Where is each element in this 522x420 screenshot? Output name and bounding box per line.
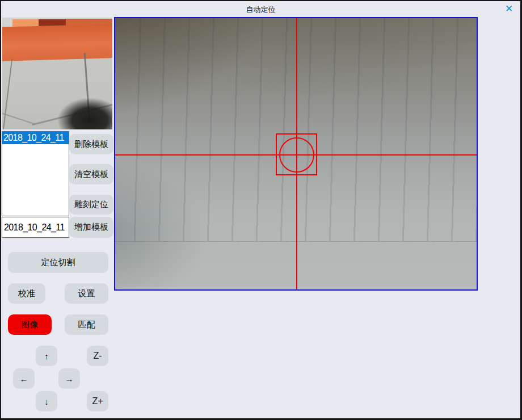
preview-tile-line [2,111,36,125]
settings-button[interactable]: 设置 [65,283,108,304]
jog-z-minus-button[interactable]: Z- [87,346,108,366]
jog-right-button[interactable]: → [58,368,80,389]
preview-tile-line [2,58,12,129]
jog-z-plus-button[interactable]: Z+ [87,391,108,411]
clear-templates-button[interactable]: 清空模板 [69,164,113,184]
titlebar: 自动定位 ✕ [1,1,520,16]
preview-light-orange-block [12,19,39,27]
template-name-input[interactable] [2,217,69,238]
template-list[interactable]: 2018_10_24_11 [2,131,69,216]
jog-down-button[interactable]: ↓ [36,391,57,411]
close-icon[interactable]: ✕ [503,3,515,15]
match-button[interactable]: 匹配 [65,314,108,335]
auto-locate-window: 自动定位 ✕ 2018_10_24_11 删除模板 清空模板 雕刻定位 增加模板… [0,0,522,420]
preview-orange-beam [2,24,112,61]
engrave-locate-button[interactable]: 雕刻定位 [69,195,113,215]
camera-view[interactable] [114,17,478,291]
calibrate-button[interactable]: 校准 [8,283,45,304]
locate-cut-button[interactable]: 定位切割 [8,252,108,273]
delete-template-button[interactable]: 删除模板 [69,134,113,154]
add-template-button[interactable]: 增加模板 [69,217,113,238]
image-button[interactable]: 图像 [8,314,52,335]
template-preview-image [2,18,112,129]
jog-left-button[interactable]: ← [13,368,35,389]
preview-dark-object [57,98,112,129]
template-list-item[interactable]: 2018_10_24_11 [2,132,69,144]
jog-up-button[interactable]: ↑ [36,346,57,366]
window-title: 自动定位 [1,5,520,15]
roi-circle-overlay [279,137,314,173]
